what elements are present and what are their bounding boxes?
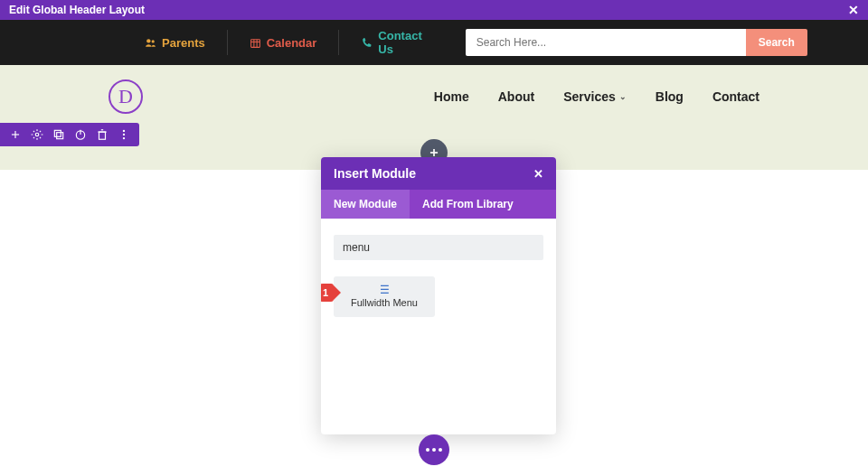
gear-icon[interactable] [31,128,43,141]
nav-services-label: Services [563,89,616,104]
svg-rect-9 [57,133,63,139]
svg-point-1 [152,40,155,42]
global-header-edit-bar: Edit Global Header Layout ✕ [0,0,868,20]
edit-bar-title: Edit Global Header Layout [9,4,145,16]
users-icon [145,37,156,49]
dot-icon [439,448,442,452]
nav-services[interactable]: Services ⌄ [563,89,627,104]
nav-blog[interactable]: Blog [656,89,684,104]
parents-label: Parents [162,36,205,50]
svg-rect-2 [250,39,259,47]
search-button[interactable]: Search [746,29,807,56]
add-icon[interactable] [9,128,22,141]
module-fullwidth-menu[interactable]: ☰ Fullwidth Menu [334,276,435,317]
step-badge: 1 [321,284,334,302]
modal-body: 1 ☰ Fullwidth Menu [321,219,556,434]
more-icon[interactable] [118,128,130,141]
close-icon[interactable]: ✕ [848,3,859,17]
trash-icon[interactable] [96,128,108,141]
search-wrap: Search [466,29,807,56]
calendar-icon [250,37,261,49]
nav-row: D Home About Services ⌄ Blog Contact [0,65,868,114]
svg-point-8 [35,133,39,136]
dot-icon [432,448,436,452]
duplicate-icon[interactable] [52,128,65,141]
insert-module-modal: Insert Module ✕ New Module Add From Libr… [321,157,556,434]
contact-label: Contact Us [378,29,421,56]
page-options-fab[interactable] [419,434,449,465]
parents-link[interactable]: Parents [108,30,227,55]
module-list: 1 ☰ Fullwidth Menu [334,276,543,317]
module-label: Fullwidth Menu [337,297,431,308]
modal-header: Insert Module ✕ [321,157,556,190]
phone-icon [361,37,373,49]
modal-title: Insert Module [334,166,416,181]
calendar-link[interactable]: Calendar [227,30,339,55]
close-icon[interactable]: ✕ [533,167,543,181]
menu-icon: ☰ [337,284,431,296]
svg-point-18 [123,137,125,139]
nav-about[interactable]: About [498,89,534,104]
section-toolbar [0,123,139,146]
svg-point-16 [123,130,125,132]
utility-bar: Parents Calendar Contact Us Search [0,20,868,65]
tab-new-module[interactable]: New Module [321,190,410,219]
svg-point-17 [123,134,125,135]
tab-add-from-library[interactable]: Add From Library [410,190,526,219]
calendar-label: Calendar [267,36,317,50]
nav-contact[interactable]: Contact [712,89,760,104]
power-icon[interactable] [74,128,87,141]
site-logo[interactable]: D [108,79,143,114]
main-nav: Home About Services ⌄ Blog Contact [434,89,760,104]
dot-icon [426,448,429,452]
chevron-down-icon: ⌄ [619,92,627,101]
modal-tabs: New Module Add From Library [321,190,556,219]
svg-rect-13 [99,132,106,139]
nav-home[interactable]: Home [434,89,469,104]
module-search-input[interactable] [334,235,543,260]
svg-point-0 [146,39,150,42]
contact-link[interactable]: Contact Us [338,30,443,55]
search-input[interactable] [466,29,746,56]
logo-circle-icon: D [108,79,143,114]
svg-rect-10 [54,130,61,136]
